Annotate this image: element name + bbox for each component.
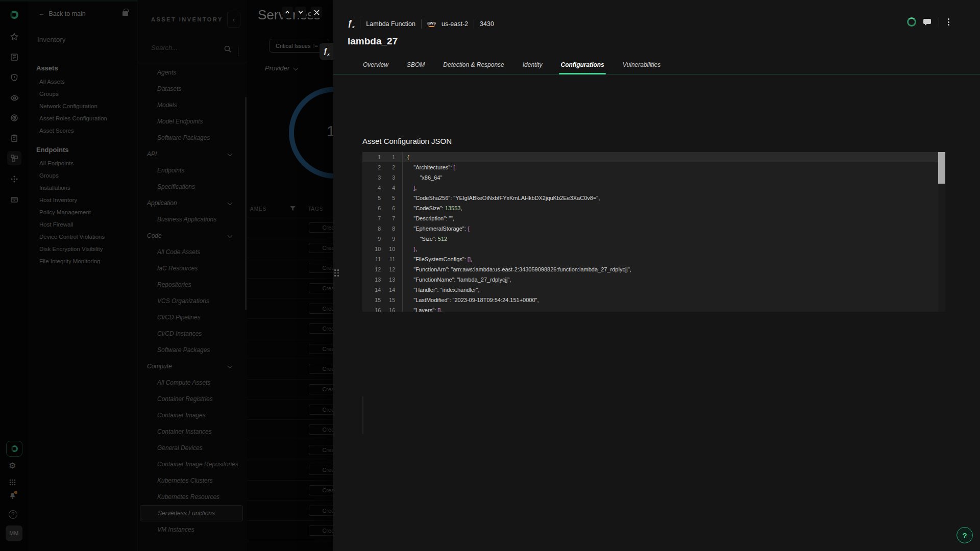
code-line: 1212 "FunctionArn": "arn:aws:lambda:us-e…	[362, 264, 945, 274]
drawer-tab[interactable]: Overview	[361, 56, 390, 74]
divider	[474, 19, 474, 29]
divider	[421, 19, 422, 29]
code-lines: 11{22 "Architectures": [33 "x86_64"44 ],…	[362, 152, 945, 312]
json-code-viewer[interactable]: 11{22 "Architectures": [33 "x86_64"44 ],…	[362, 152, 945, 312]
code-line: 33 "x86_64"	[362, 172, 945, 183]
app-root: ⚙ ? MM ← Back to main Inventory Assets	[0, 0, 980, 551]
help-fab-button[interactable]: ?	[957, 527, 973, 543]
code-line: 66 "CodeSize": 13553,	[362, 203, 945, 213]
tab-label: Overview	[363, 61, 388, 68]
drawer-tab[interactable]: Configurations	[559, 56, 605, 74]
scroll-hint-line	[362, 396, 363, 434]
code-line: 1111 "FileSystemConfigs": [],	[362, 254, 945, 264]
lambda-drawer-tab[interactable]: ƒx	[320, 43, 333, 60]
tab-label: Configurations	[560, 61, 604, 68]
activity-ring-icon[interactable]	[907, 17, 916, 27]
more-options-kebab-icon[interactable]	[946, 17, 951, 27]
code-line: 11{	[362, 152, 945, 162]
code-line: 1010 },	[362, 244, 945, 254]
code-line: 22 "Architectures": [	[362, 162, 945, 172]
drawer-actions	[907, 17, 951, 27]
drawer-tab[interactable]: Identity	[521, 56, 544, 74]
code-line: 99 "Size": 512	[362, 234, 945, 244]
asset-count: 3430	[480, 20, 494, 28]
drawer-tab[interactable]: Detection & Response	[442, 56, 505, 74]
lambda-fx-icon: ƒx	[348, 19, 354, 29]
code-line: 1616 "Layers": [],	[362, 305, 945, 312]
divider	[360, 19, 360, 29]
code-line: 44 ],	[362, 183, 945, 193]
asset-detail-drawer: ƒx ƒx Lambda Function aws us-east-2 3430…	[333, 0, 980, 551]
code-line: 1414 "Handler": "index.handler",	[362, 285, 945, 295]
drawer-tabs: Overview SBOM Detection & Response Ident…	[333, 56, 980, 74]
drawer-drag-handle[interactable]	[334, 269, 339, 277]
tab-label: Vulnerabilities	[623, 61, 661, 68]
code-line: 88 "EphemeralStorage": {	[362, 223, 945, 234]
tab-label: Identity	[523, 61, 543, 68]
drawer-tab[interactable]: Vulnerabilities	[621, 56, 663, 74]
previous-asset-button[interactable]	[282, 7, 293, 18]
drawer-controls	[282, 7, 322, 18]
next-asset-button[interactable]	[295, 7, 306, 18]
aws-logo-icon: aws	[427, 21, 436, 27]
drawer-header: ƒx Lambda Function aws us-east-2 3430	[348, 19, 494, 29]
code-scrollbar-thumb[interactable]	[938, 152, 945, 184]
code-line: 1313 "FunctionName": "lambda_27_rdplycjj…	[362, 274, 945, 285]
asset-type-label: Lambda Function	[366, 20, 415, 28]
divider	[939, 17, 939, 27]
comment-icon[interactable]	[923, 18, 932, 26]
config-json-heading: Asset Configuration JSON	[362, 137, 452, 145]
lambda-fx-icon: ƒx	[323, 47, 329, 57]
drawer-tab[interactable]: SBOM	[405, 56, 426, 74]
close-drawer-button[interactable]	[311, 7, 322, 18]
code-line: 77 "Description": "",	[362, 213, 945, 223]
aws-smile	[428, 25, 435, 27]
asset-title: lambda_27	[348, 36, 398, 47]
region-label: us-east-2	[442, 20, 468, 28]
tab-label: Detection & Response	[443, 61, 504, 68]
tab-label: SBOM	[407, 61, 425, 68]
code-scrollbar[interactable]	[938, 152, 945, 312]
code-line: 1515 "LastModified": "2023-09-18T09:54:2…	[362, 295, 945, 305]
code-line: 55 "CodeSha256": "YElgIABkeOiNxbfFYxKmLA…	[362, 193, 945, 203]
